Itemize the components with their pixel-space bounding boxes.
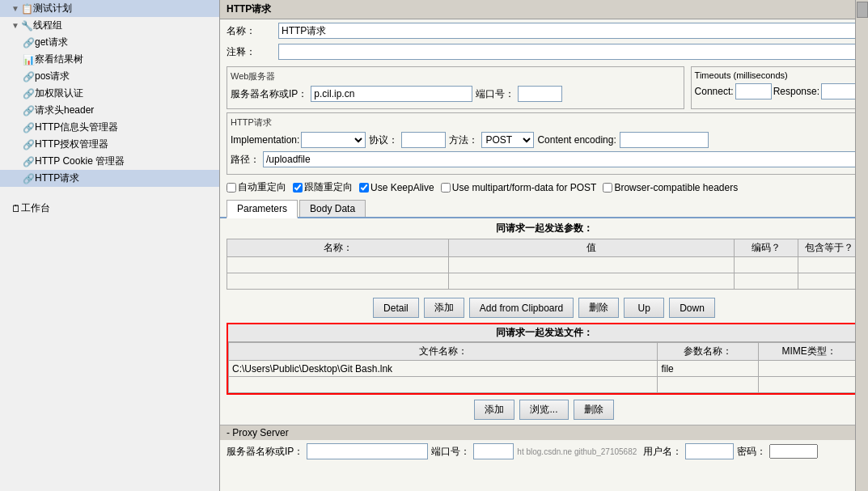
- proxy-server-label: 服务器名称或IP：: [227, 445, 303, 459]
- impl-select[interactable]: [301, 132, 366, 148]
- params-title: 同请求一起发送参数：: [227, 222, 862, 235]
- proxy-username-input[interactable]: [685, 443, 734, 459]
- browse-button[interactable]: 浏览...: [519, 400, 568, 420]
- sidebar-item-label: get请求: [35, 36, 68, 49]
- sidebar-item-thread-group[interactable]: ▼ 🔧 线程组: [0, 17, 219, 34]
- response-input[interactable]: [821, 83, 857, 99]
- multipart-item: Use multipart/form-data for POST: [441, 182, 597, 193]
- scrollbar-thumb[interactable]: [857, 2, 868, 18]
- port-input[interactable]: [518, 86, 562, 102]
- sidebar-item-pos-request[interactable]: 🔗 pos请求: [0, 68, 219, 85]
- sidebar-item-label: 线程组: [33, 19, 62, 32]
- tree-connector: ▼: [11, 21, 19, 30]
- down-button[interactable]: Down: [669, 298, 715, 318]
- web-server-box: Web服务器 服务器名称或IP： 端口号：: [227, 66, 684, 109]
- protocol-input[interactable]: [401, 132, 446, 148]
- port-label: 端口号：: [476, 87, 514, 101]
- parameters-section: 同请求一起发送参数： 名称： 值 编码？ 包含等于？: [220, 218, 868, 293]
- sidebar-item-label: pos请求: [35, 70, 70, 83]
- sidebar-item-auth-manager[interactable]: 🔗 加权限认证: [0, 85, 219, 102]
- sidebar-item-label: HTTP请求: [35, 171, 79, 185]
- proxy-password-label: 密码：: [737, 445, 766, 459]
- follow-redirect-checkbox[interactable]: [293, 183, 303, 193]
- server-input[interactable]: [311, 86, 472, 102]
- web-server-title: Web服务器: [231, 70, 680, 83]
- path-input[interactable]: [263, 151, 857, 167]
- pos-request-icon: 🔗: [23, 71, 35, 83]
- name-label: 名称：: [227, 24, 275, 38]
- server-ip-row: 服务器名称或IP： 端口号：: [231, 86, 680, 102]
- add-from-clipboard-button[interactable]: Add from Clipboard: [469, 298, 574, 318]
- results-tree-icon: 📊: [23, 54, 35, 66]
- follow-redirect-label: 跟随重定向: [304, 180, 353, 194]
- watermark-text: ht blog.csdn.ne github_27105682: [517, 447, 637, 456]
- connect-input[interactable]: [735, 83, 772, 99]
- comment-input[interactable]: [278, 44, 862, 60]
- param-name-cell: [227, 257, 449, 273]
- table-row: [227, 273, 862, 290]
- keepalive-checkbox[interactable]: [359, 183, 369, 193]
- sidebar-item-http-info-manager[interactable]: 🔗 HTTP信息头管理器: [0, 119, 219, 136]
- col-header-contain: 包含等于？: [798, 239, 861, 257]
- params-table: 名称： 值 编码？ 包含等于？: [227, 239, 862, 290]
- scrollbar[interactable]: [855, 0, 868, 491]
- add-file-button[interactable]: 添加: [474, 400, 514, 420]
- param-encode-cell: [735, 273, 798, 290]
- sidebar-item-workspace[interactable]: 🗒 工作台: [0, 200, 219, 217]
- auth-icon: 🔗: [23, 88, 35, 99]
- sidebar-item-http-cookie-manager[interactable]: 🔗 HTTP Cookie 管理器: [0, 153, 219, 170]
- browser-compat-item: Browser-compatible headers: [603, 182, 738, 193]
- files-title: 同请求一起发送文件：: [228, 324, 860, 342]
- impl-label: Implementation:: [231, 134, 299, 146]
- sidebar-item-test-plan[interactable]: ▼ 📋 测试计划: [0, 0, 219, 17]
- proxy-server-input[interactable]: [307, 443, 428, 459]
- tab-parameters[interactable]: Parameters: [227, 200, 298, 218]
- path-label: 路径：: [231, 153, 260, 167]
- name-input[interactable]: [278, 23, 862, 39]
- sidebar-item-label: HTTP Cookie 管理器: [35, 154, 125, 168]
- sidebar-item-label: 请求头header: [35, 104, 94, 117]
- sidebar: ▼ 📋 测试计划 ▼ 🔧 线程组 🔗 get请求 📊 察看结果树 🔗 pos请求…: [0, 0, 220, 491]
- proxy-row: 服务器名称或IP： 端口号： ht blog.csdn.ne github_27…: [220, 440, 868, 463]
- col-filename-header: 文件名称：: [229, 343, 658, 361]
- sidebar-item-http-request[interactable]: 🔗 HTTP请求: [0, 170, 219, 187]
- up-button[interactable]: Up: [624, 298, 664, 318]
- sidebar-item-header-manager[interactable]: 🔗 请求头header: [0, 102, 219, 119]
- auto-redirect-checkbox[interactable]: [227, 183, 236, 193]
- sidebar-item-label: 察看结果树: [35, 53, 83, 66]
- proxy-section-title: - Proxy Server: [220, 425, 868, 440]
- server-timeouts-row: Web服务器 服务器名称或IP： 端口号： Timeouts (millisec…: [227, 66, 862, 109]
- server-label: 服务器名称或IP：: [231, 87, 307, 101]
- http-request-box: HTTP请求 Implementation: 协议： 方法： POST GET …: [227, 112, 862, 175]
- tree-connector: ▼: [11, 4, 19, 13]
- test-plan-icon: 📋: [21, 3, 33, 15]
- timeouts-row: Connect: Response:: [695, 83, 857, 99]
- tabs-bar: Parameters Body Data: [220, 200, 868, 218]
- cookie-icon: 🔗: [23, 156, 35, 167]
- browser-compat-checkbox[interactable]: [603, 183, 612, 193]
- method-label: 方法：: [449, 133, 478, 147]
- method-select[interactable]: POST GET: [481, 132, 534, 148]
- tab-body-data[interactable]: Body Data: [299, 200, 366, 217]
- main-title-bar: HTTP请求: [220, 0, 868, 19]
- detail-button[interactable]: Detail: [373, 298, 419, 318]
- multipart-checkbox[interactable]: [441, 183, 451, 193]
- delete-param-button[interactable]: 删除: [578, 298, 619, 318]
- checkboxes-row: 自动重定向 跟随重定向 Use KeepAlive Use multipart/…: [220, 178, 868, 197]
- delete-file-button[interactable]: 删除: [574, 400, 614, 420]
- workspace-icon: 🗒: [11, 203, 21, 214]
- param-encode-cell: [735, 257, 798, 273]
- encoding-input[interactable]: [620, 132, 709, 148]
- add-param-button[interactable]: 添加: [424, 298, 464, 318]
- proxy-password-input[interactable]: [769, 444, 818, 459]
- sidebar-item-view-results-tree[interactable]: 📊 察看结果树: [0, 51, 219, 68]
- protocol-label: 协议：: [369, 133, 398, 147]
- sidebar-item-get-request[interactable]: 🔗 get请求: [0, 34, 219, 51]
- comment-label: 注释：: [227, 45, 275, 59]
- follow-redirect-item: 跟随重定向: [293, 180, 353, 194]
- sidebar-item-http-auth-manager[interactable]: 🔗 HTTP授权管理器: [0, 136, 219, 153]
- sidebar-item-label: 加权限认证: [35, 87, 83, 100]
- proxy-port-input[interactable]: [473, 443, 514, 459]
- files-table: 文件名称： 参数名称： MIME类型： C:\Users\Public\Desk…: [228, 342, 860, 393]
- browser-compat-label: Browser-compatible headers: [614, 182, 738, 193]
